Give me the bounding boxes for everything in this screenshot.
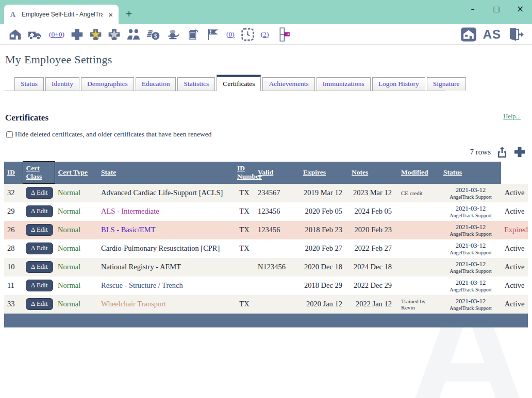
certificate-row: 28Δ EditNormalCardio-Pulmonary Resuscita…: [4, 239, 528, 258]
cell-cert-type: BLS - Basic/EMT: [98, 221, 234, 239]
home-icon[interactable]: [8, 28, 22, 41]
cell-id: 28: [4, 239, 23, 258]
cell-id-number: 123456: [255, 221, 300, 239]
cell-cert-class: Normal: [55, 239, 98, 258]
cell-modified: 2021-03-12AngelTrack Support: [440, 295, 501, 314]
flag-icon[interactable]: [205, 28, 221, 41]
tab-immunizations[interactable]: Immunizations: [317, 77, 371, 91]
svg-text:$: $: [154, 32, 157, 40]
cert-type-link[interactable]: BLS - Basic/EMT: [101, 226, 156, 234]
column-header-notes[interactable]: Notes: [348, 162, 398, 184]
cell-id: 11: [4, 276, 23, 295]
cell-cert-type: Advanced Cardiac Life-Support [ACLS]: [98, 184, 234, 202]
cell-notes: CE credit: [398, 184, 440, 202]
column-header-modified[interactable]: Modified: [398, 162, 440, 184]
ambulance-icon[interactable]: [27, 28, 43, 41]
column-header-valid[interactable]: Valid: [255, 162, 300, 184]
cell-id-number: [255, 239, 300, 258]
cert-type-link[interactable]: National Registry - AEMT: [101, 263, 181, 271]
edit-button[interactable]: Δ Edit: [26, 243, 53, 254]
gold-star-cross-icon[interactable]: [89, 28, 103, 41]
cert-type-link[interactable]: Cardio-Pulmonary Resuscitation [CPR]: [101, 244, 220, 252]
clock-count-link[interactable]: (2): [261, 30, 269, 39]
tab-certificates[interactable]: Certificates: [217, 75, 261, 91]
edit-button[interactable]: Δ Edit: [26, 205, 53, 217]
table-footer-bar: [4, 314, 528, 327]
close-button[interactable]: ×: [508, 0, 532, 18]
column-header-id[interactable]: ID: [4, 162, 23, 184]
cell-state: TX: [234, 202, 255, 221]
cell-id-number: 234567: [255, 184, 300, 202]
punchcard-icon[interactable]: [275, 27, 290, 42]
fuel-can-icon[interactable]: [186, 28, 201, 41]
column-header-state[interactable]: State: [98, 162, 234, 184]
tab-status[interactable]: Status: [14, 77, 44, 91]
edit-button[interactable]: Δ Edit: [26, 261, 53, 273]
browser-tab[interactable]: A Employee Self-Edit - AngelTrack ×: [4, 5, 119, 24]
cell-id: 26: [4, 221, 23, 239]
cell-state: TX: [234, 184, 255, 202]
cell-modified: 2021-03-12AngelTrack Support: [440, 221, 501, 239]
cell-edit: Δ Edit: [23, 276, 55, 295]
cert-type-link[interactable]: Rescue - Structure / Trench: [101, 281, 183, 289]
flags-count-link[interactable]: (0): [226, 30, 235, 39]
tab-demographics[interactable]: Demographics: [81, 77, 134, 91]
cell-expires: 2022 Jan 12: [348, 295, 398, 314]
column-header-id-number[interactable]: ID Number: [234, 162, 255, 184]
edit-button[interactable]: Δ Edit: [26, 298, 53, 310]
cell-cert-type: Rescue - Structure / Trench: [98, 276, 234, 295]
column-header-cert-class[interactable]: Cert Class: [23, 162, 55, 184]
cell-modified: 2021-03-12AngelTrack Support: [440, 276, 501, 295]
cell-id: 10: [4, 258, 23, 276]
cell-valid: 2020 Jan 12: [300, 295, 348, 314]
add-certificate-icon[interactable]: [513, 146, 526, 158]
cell-cert-class: Normal: [55, 258, 98, 276]
edit-button[interactable]: Δ Edit: [26, 280, 53, 291]
cell-valid: 2020 Feb 05: [300, 202, 348, 221]
angeltrack-favicon-icon: A: [8, 10, 18, 19]
crew-icon[interactable]: [126, 28, 141, 41]
help-link[interactable]: Help...: [503, 113, 521, 120]
column-header-expires[interactable]: Expires: [300, 162, 348, 184]
tab-identity[interactable]: Identity: [45, 77, 79, 91]
new-tab-button[interactable]: +: [126, 8, 132, 20]
cert-type-link[interactable]: ALS - Intermediate: [101, 207, 159, 215]
tab-achievements[interactable]: Achievements: [262, 77, 314, 91]
column-header-status[interactable]: Status: [440, 162, 501, 184]
cert-type-link[interactable]: Wheelchair Transport: [101, 300, 166, 308]
cell-status: Active: [501, 184, 528, 202]
timeclock-icon[interactable]: [240, 28, 255, 41]
user-initials[interactable]: AS: [483, 27, 501, 42]
tab-statistics[interactable]: Statistics: [177, 77, 215, 91]
lamp-icon[interactable]: [166, 28, 181, 41]
plus-cross-icon[interactable]: [70, 28, 84, 41]
minimize-button[interactable]: –: [461, 0, 485, 18]
cell-expires: 2024 Dec 18: [348, 258, 398, 276]
hide-deleted-label: Hide deleted certificates, and older cer…: [15, 130, 212, 139]
hide-deleted-checkbox[interactable]: [6, 131, 13, 138]
cell-id: 33: [4, 295, 23, 314]
cell-id: 29: [4, 202, 23, 221]
tab-signature[interactable]: Signature: [427, 77, 466, 91]
units-count-link[interactable]: (0+0): [49, 30, 64, 39]
tab-education[interactable]: Education: [136, 77, 176, 91]
tab-logon-history[interactable]: Logon History: [372, 77, 425, 91]
tab-close-icon[interactable]: ×: [107, 10, 114, 19]
cell-state: [234, 276, 255, 295]
edit-button[interactable]: Δ Edit: [26, 187, 53, 199]
logout-door-icon[interactable]: [507, 27, 524, 42]
silver-star-cross-icon[interactable]: [107, 28, 121, 41]
cell-cert-class: Normal: [55, 221, 98, 239]
column-header-cert-type[interactable]: Cert Type: [55, 162, 98, 184]
cell-state: TX: [234, 239, 255, 258]
station-icon[interactable]: [460, 27, 477, 42]
cell-edit: Δ Edit: [23, 184, 55, 202]
cert-type-link[interactable]: Advanced Cardiac Life-Support [ACLS]: [101, 188, 223, 197]
edit-button[interactable]: Δ Edit: [26, 224, 53, 236]
cell-id-number: 123456: [255, 202, 300, 221]
cell-valid: 2020 Dec 18: [300, 258, 348, 276]
browser-tab-title: Employee Self-Edit - AngelTrack: [22, 11, 103, 18]
export-icon[interactable]: [496, 146, 508, 158]
maximize-button[interactable]: □: [485, 0, 508, 18]
money-icon[interactable]: $: [146, 28, 161, 41]
